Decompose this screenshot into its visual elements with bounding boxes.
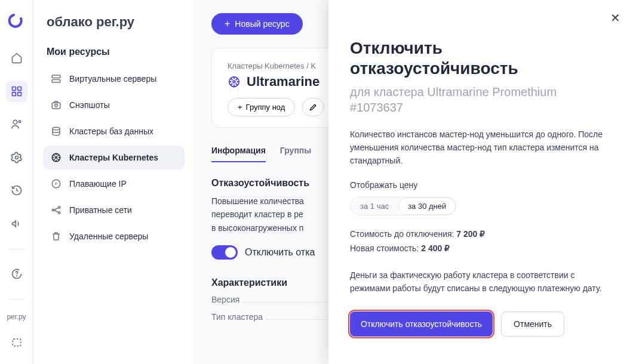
cost-before-value: 7 200 ₽ — [456, 229, 485, 239]
sidebar-item-kubernetes[interactable]: Кластеры Kubernetes — [43, 146, 185, 169]
rail-divider — [8, 249, 25, 249]
svg-point-7 — [16, 276, 17, 276]
svg-rect-8 — [13, 339, 20, 346]
char-type-label: Тип кластера — [211, 312, 263, 322]
helm-icon — [50, 152, 62, 164]
server-icon — [50, 73, 62, 85]
svg-point-22 — [233, 81, 235, 83]
svg-point-15 — [56, 157, 57, 159]
modal-title: Отключить отказоустойчивость — [350, 38, 612, 78]
disable-ha-modal: ✕ Отключить отказоустойчивость для класт… — [328, 0, 633, 364]
helm-icon — [228, 75, 241, 88]
price-summary: Стоимость до отключения: 7 200 ₽ Новая с… — [350, 227, 612, 256]
svg-point-6 — [15, 156, 18, 159]
camera-icon — [50, 99, 62, 111]
rail-settings-icon[interactable] — [6, 147, 27, 168]
cost-after-label: Новая стоимость: — [350, 243, 421, 253]
rail-help-icon[interactable] — [6, 264, 27, 285]
database-icon — [50, 125, 62, 137]
sidebar: облако рег.ру Мои ресурсы Виртуальные се… — [33, 0, 195, 364]
svg-point-19 — [59, 206, 60, 208]
main-content: + Новый ресурс Кластеры Kubernetes / K U… — [195, 0, 633, 364]
svg-rect-1 — [17, 87, 21, 90]
edit-button[interactable] — [302, 98, 324, 116]
new-resource-label: Новый ресурс — [235, 19, 289, 29]
cancel-button[interactable]: Отменить — [501, 311, 564, 337]
billing-note: Деньги за фактическую работу кластера в … — [350, 269, 612, 295]
sidebar-item-label: Кластеры баз данных — [69, 127, 153, 136]
svg-rect-0 — [12, 87, 16, 90]
pencil-icon — [309, 103, 318, 112]
add-node-group-button[interactable]: + Группу нод — [228, 98, 295, 116]
rail-divider-2 — [8, 299, 25, 300]
sidebar-item-snapshots[interactable]: Снэпшоты — [43, 93, 185, 117]
cluster-name: Ultramarine — [247, 74, 319, 90]
period-month-option[interactable]: за 30 дней — [398, 198, 456, 215]
sidebar-item-private-networks[interactable]: Приватные сети — [43, 198, 185, 222]
svg-point-13 — [53, 127, 60, 130]
svg-rect-2 — [12, 92, 16, 95]
cost-after-value: 2 400 ₽ — [421, 243, 450, 253]
rail-resources-icon[interactable] — [6, 81, 27, 102]
period-hour-option[interactable]: за 1 час — [351, 198, 398, 215]
rail-history-icon[interactable] — [6, 180, 27, 202]
sidebar-item-label: Кластеры Kubernetes — [69, 153, 158, 162]
new-resource-button[interactable]: + Новый ресурс — [211, 13, 303, 35]
svg-point-12 — [55, 104, 58, 107]
price-period-segmented: за 1 час за 30 дней — [350, 197, 456, 215]
rail-users-icon[interactable] — [6, 114, 27, 135]
sidebar-item-floating-ip[interactable]: IP Плавающие IP — [43, 172, 185, 196]
tab-groups[interactable]: Группы — [280, 146, 311, 162]
rail-announce-icon[interactable] — [6, 213, 27, 235]
modal-description: Количество инстансов мастер-нод уменьшит… — [350, 128, 612, 167]
sidebar-item-label: Приватные сети — [69, 205, 132, 215]
rail-collapse-icon[interactable] — [6, 332, 27, 353]
network-icon — [50, 204, 62, 216]
cost-before-label: Стоимость до отключения: — [350, 229, 456, 239]
svg-point-5 — [19, 121, 20, 122]
svg-point-18 — [52, 209, 54, 211]
sidebar-item-label: Снэпшоты — [69, 100, 110, 110]
svg-rect-3 — [17, 92, 21, 95]
sidebar-item-label: Удаленные серверы — [69, 232, 148, 241]
sidebar-item-label: Виртуальные серверы — [69, 74, 156, 84]
app-rail: рег.ру — [0, 0, 33, 364]
plus-icon: + — [238, 103, 242, 112]
sidebar-item-db-clusters[interactable]: Кластеры баз данных — [43, 119, 185, 143]
modal-subtitle: для кластера Ultramarine Promethium #107… — [350, 84, 612, 115]
svg-text:IP: IP — [54, 182, 58, 186]
ip-icon: IP — [50, 178, 62, 190]
svg-point-20 — [59, 212, 60, 214]
price-display-label: Отображать цену — [350, 180, 612, 190]
app-logo — [7, 11, 26, 30]
close-icon[interactable]: ✕ — [607, 10, 623, 26]
sidebar-section-title: Мои ресурсы — [47, 47, 181, 57]
rail-brand-label: рег.ру — [7, 313, 26, 321]
trash-icon — [50, 230, 62, 242]
svg-point-4 — [13, 121, 17, 125]
product-title: облако рег.ру — [47, 14, 185, 30]
sidebar-item-virtual-servers[interactable]: Виртуальные серверы — [43, 67, 185, 91]
tab-info[interactable]: Информация — [211, 146, 266, 162]
ha-toggle-label: Отключить отка — [245, 247, 315, 258]
svg-rect-10 — [52, 80, 60, 83]
sidebar-item-deleted-servers[interactable]: Удаленные серверы — [43, 224, 185, 248]
sidebar-item-label: Плавающие IP — [69, 179, 127, 189]
svg-rect-11 — [52, 103, 60, 109]
add-node-group-label: Группу нод — [246, 103, 285, 112]
svg-rect-9 — [52, 75, 60, 78]
plus-icon: + — [225, 19, 230, 29]
char-version-label: Версия — [211, 295, 239, 304]
confirm-disable-button[interactable]: Отключить отказоустойчивость — [350, 311, 493, 337]
ha-toggle[interactable] — [211, 245, 238, 260]
rail-home-icon[interactable] — [6, 48, 27, 69]
